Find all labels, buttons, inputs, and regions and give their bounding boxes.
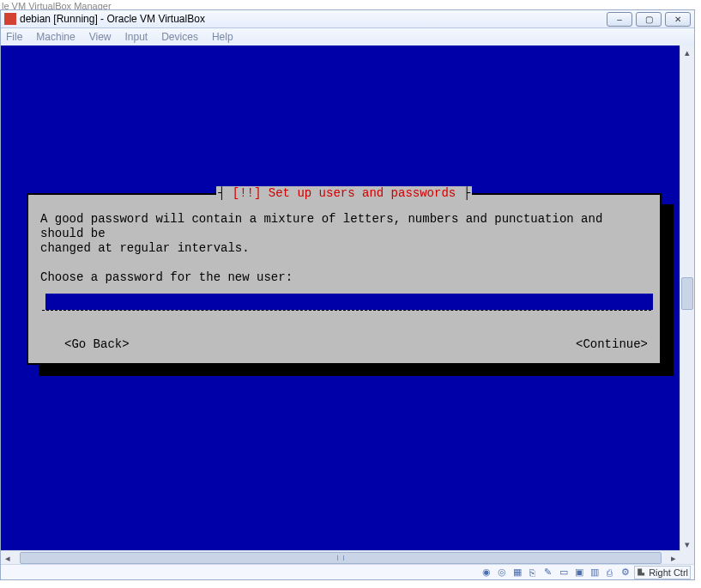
- dialog-title-row: ┤ [!!] Set up users and passwords ├: [28, 186, 660, 200]
- horizontal-scrollbar[interactable]: ◂ ▸: [1, 550, 680, 565]
- scroll-down-arrow[interactable]: ▾: [680, 537, 694, 551]
- scroll-up-arrow[interactable]: ▴: [680, 45, 694, 59]
- titlebar[interactable]: debian [Running] - Oracle VM VirtualBox …: [1, 10, 694, 28]
- vertical-scrollbar[interactable]: ▴ ▾: [680, 45, 694, 551]
- password-input-line: [40, 294, 648, 311]
- menu-machine[interactable]: Machine: [36, 31, 75, 43]
- title-suffix: ├: [463, 186, 470, 200]
- shared-icon[interactable]: ✎: [541, 566, 554, 579]
- v-scroll-thumb[interactable]: [681, 277, 693, 310]
- virtualbox-window: debian [Running] - Oracle VM VirtualBox …: [0, 9, 695, 580]
- scroll-corner: [680, 551, 694, 565]
- window-title: debian [Running] - Oracle VM VirtualBox: [20, 13, 205, 25]
- menu-help[interactable]: Help: [212, 31, 233, 43]
- dialog-title: ┤ [!!] Set up users and passwords ├: [216, 186, 472, 200]
- title-bang: [!!] Set up users and passwords: [233, 186, 456, 200]
- go-back-button[interactable]: <Go Back>: [40, 337, 130, 351]
- dialog-body: A good password will contain a mixture o…: [28, 195, 660, 319]
- audio-icon[interactable]: ▥: [588, 566, 601, 579]
- h-scroll-thumb[interactable]: [20, 552, 662, 564]
- menu-input[interactable]: Input: [125, 31, 148, 43]
- password-dialog: ┤ [!!] Set up users and passwords ├ A go…: [27, 193, 662, 365]
- settings-icon[interactable]: ⚙: [619, 566, 632, 579]
- title-prefix: ┤: [218, 186, 225, 200]
- menu-file[interactable]: File: [6, 31, 22, 43]
- scroll-right-arrow[interactable]: ▸: [667, 551, 680, 565]
- close-button[interactable]: ✕: [665, 12, 691, 27]
- usb-icon[interactable]: ⎘: [526, 566, 539, 579]
- h-scroll-track[interactable]: [15, 551, 667, 565]
- screen: le VM VirtualBox Manager debian [Running…: [0, 0, 701, 588]
- dialog-buttons: <Go Back> <Continue>: [40, 337, 648, 351]
- clipboard-icon[interactable]: ⎙: [603, 566, 616, 579]
- disk-icon[interactable]: ◉: [480, 566, 493, 579]
- dialog-text-line1: A good password will contain a mixture o…: [40, 212, 648, 241]
- menu-devices[interactable]: Devices: [161, 31, 198, 43]
- host-key-indicator[interactable]: Right Ctrl: [634, 566, 691, 579]
- password-input[interactable]: [45, 294, 653, 310]
- scroll-left-arrow[interactable]: ◂: [1, 551, 15, 565]
- network-icon[interactable]: ▦: [511, 566, 523, 579]
- input-underline: [42, 310, 651, 311]
- window-buttons: – ▢ ✕: [607, 12, 691, 27]
- menu-view[interactable]: View: [89, 31, 112, 43]
- optical-icon[interactable]: ◎: [495, 566, 508, 579]
- debian-installer-screen[interactable]: ┤ [!!] Set up users and passwords ├ A go…: [1, 45, 680, 551]
- minimize-button[interactable]: –: [607, 12, 632, 27]
- guest-display: ┤ [!!] Set up users and passwords ├ A go…: [1, 45, 680, 551]
- dialog-text-line2: changed at regular intervals.: [40, 241, 648, 256]
- dialog-prompt: Choose a password for the new user:: [40, 270, 648, 285]
- continue-button[interactable]: <Continue>: [552, 337, 648, 351]
- maximize-button[interactable]: ▢: [636, 12, 662, 27]
- statusbar: ◉ ◎ ▦ ⎘ ✎ ▭ ▣ ▥ ⎙ ⚙ Right Ctrl: [1, 564, 694, 579]
- record-icon[interactable]: ▣: [572, 566, 585, 579]
- menubar: File Machine View Input Devices Help: [1, 28, 694, 46]
- app-icon: [4, 13, 16, 25]
- v-scroll-track[interactable]: [680, 59, 694, 537]
- display-icon[interactable]: ▭: [557, 566, 570, 579]
